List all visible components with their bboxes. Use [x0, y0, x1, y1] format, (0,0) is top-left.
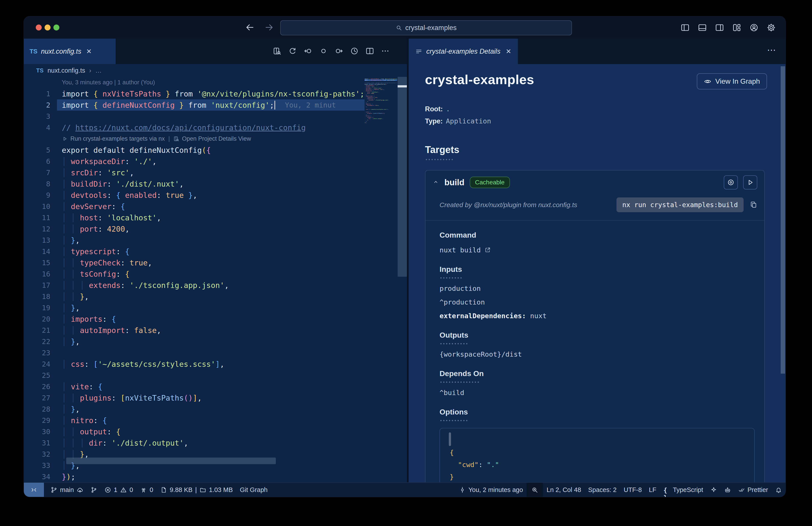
- external-link-icon[interactable]: [484, 247, 491, 253]
- line-number: 21: [24, 326, 57, 335]
- history-action[interactable]: [350, 47, 359, 56]
- gutter-blame-text: You, 3 minutes ago | 1 author (You): [62, 79, 155, 86]
- encoding[interactable]: UTF-8: [620, 483, 646, 497]
- build-target-header[interactable]: build Cacheable: [425, 170, 764, 194]
- layout-panel[interactable]: [696, 22, 708, 33]
- editor-tab-strip: TS nuxt.config.ts ✕: [24, 39, 409, 64]
- horizontal-scrollbar[interactable]: [66, 457, 276, 464]
- problems[interactable]: 10: [101, 483, 136, 497]
- nav-back-action[interactable]: [304, 47, 313, 56]
- robot-icon: [724, 486, 731, 493]
- targets-dots: [425, 159, 453, 160]
- editor-scrollbar[interactable]: [397, 77, 407, 277]
- command-center-search[interactable]: crystal-examples: [280, 20, 572, 35]
- tab-label: nuxt.config.ts: [41, 47, 82, 55]
- copy-icon: [750, 201, 757, 208]
- source-control-graph[interactable]: [87, 483, 101, 497]
- nav-forward-action[interactable]: [334, 47, 343, 56]
- extension-spark[interactable]: [707, 483, 721, 497]
- git-branch[interactable]: main: [47, 483, 87, 497]
- line-number: 33: [24, 461, 57, 470]
- view-in-graph-button[interactable]: View In Graph: [697, 73, 767, 89]
- panel-body: crystal-examples View In Graph Root:. Ty…: [409, 64, 785, 482]
- settings[interactable]: [765, 22, 777, 33]
- project-title: crystal-examples: [425, 72, 534, 87]
- code-line: 2import { defineNuxtConfig } from 'nuxt/…: [24, 99, 364, 111]
- panel-tab-close-icon[interactable]: ✕: [506, 47, 511, 55]
- code-line: 12│ │ port: 4200,: [24, 223, 364, 234]
- more-action[interactable]: [381, 47, 390, 56]
- eol[interactable]: LF: [646, 483, 660, 497]
- refresh-action[interactable]: [288, 47, 297, 56]
- nav-forward-icon[interactable]: [264, 23, 274, 32]
- line-number: 13: [24, 236, 57, 244]
- ports[interactable]: 0: [136, 483, 157, 497]
- code-line: 30│ │ output: {: [24, 426, 364, 437]
- git-blame[interactable]: You, 2 minutes ago: [455, 483, 526, 497]
- view-target-in-graph-button[interactable]: [724, 175, 738, 189]
- line-number: 26: [24, 382, 57, 391]
- code-line: 5export default defineNuxtConfig({: [24, 144, 364, 156]
- panel-scrollbar[interactable]: [781, 66, 785, 374]
- run-target-button[interactable]: [743, 175, 757, 189]
- nx-run-command-chip[interactable]: nx run crystal-examples:build: [617, 197, 744, 212]
- minimize-traffic-light[interactable]: [45, 25, 50, 30]
- chevron-up-icon[interactable]: [433, 179, 439, 186]
- history-icon: [350, 47, 359, 55]
- notifications[interactable]: [772, 483, 785, 497]
- options-json-box[interactable]: { "cwd": "."}: [439, 428, 755, 482]
- layout-grid[interactable]: [731, 22, 743, 33]
- nav-dot-action[interactable]: [319, 47, 328, 56]
- open-details-action[interactable]: [273, 47, 281, 56]
- file-sizes[interactable]: 9.88 KB|1.03 MB: [157, 483, 236, 497]
- open-details-icon: [173, 136, 179, 142]
- line-number: 7: [24, 169, 57, 177]
- minimap[interactable]: import { nxViteTsPaths } from '@nx/vite/…: [364, 78, 397, 136]
- branch-icon: [50, 486, 57, 493]
- nav-forward-icon: [334, 47, 343, 55]
- typescript-file-icon: TS: [30, 48, 38, 55]
- account[interactable]: [748, 22, 760, 33]
- options-scroll-decoration: [449, 432, 451, 446]
- search-icon: [396, 25, 402, 31]
- zoom-indicator[interactable]: [526, 483, 543, 497]
- remote-indicator[interactable]: [24, 483, 44, 497]
- code-line: 31│ │ │ dir: './dist/.output',: [24, 437, 364, 449]
- code-line: 8│ buildDir: './dist/.nuxt',: [24, 178, 364, 189]
- codelens-open-details-link[interactable]: Open Project Details View: [182, 136, 251, 142]
- copilot[interactable]: [721, 483, 735, 497]
- indentation[interactable]: Spaces: 2: [585, 483, 620, 497]
- code-line: 19│ },: [24, 302, 364, 313]
- tab-project-details[interactable]: crystal-examples Details ✕: [409, 39, 518, 64]
- layout-panel-icon: [698, 23, 707, 32]
- breadcrumb[interactable]: TS nuxt.config.ts › …: [24, 64, 409, 77]
- panel-more-icon[interactable]: ⋯: [767, 45, 776, 55]
- cursor-position[interactable]: Ln 2, Col 48: [543, 483, 584, 497]
- layout-sidebar-left[interactable]: [679, 22, 691, 33]
- code-editor[interactable]: TS nuxt.config.ts › … You, 3 minutes ago…: [24, 64, 409, 482]
- code-line: 13│ },: [24, 234, 364, 246]
- prettier[interactable]: Prettier: [735, 483, 772, 497]
- copy-command-button[interactable]: [750, 201, 757, 209]
- language-mode[interactable]: { }TypeScript: [660, 483, 707, 497]
- line-number: 12: [24, 225, 57, 233]
- close-traffic-light[interactable]: [36, 25, 42, 30]
- nav-back-icon[interactable]: [245, 23, 255, 32]
- target-icon: [727, 179, 735, 186]
- tab-close-icon[interactable]: ✕: [86, 47, 91, 55]
- git-graph[interactable]: Git Graph: [236, 483, 271, 497]
- line-number: 2: [24, 101, 57, 109]
- editor-panel-divider[interactable]: [407, 39, 409, 482]
- code-rows[interactable]: You, 3 minutes ago | 1 author (You)1impo…: [24, 77, 364, 482]
- split-editor-action[interactable]: [365, 47, 374, 56]
- maximize-traffic-light[interactable]: [54, 25, 59, 30]
- codelens-run-link[interactable]: Run crystal-examples targets via nx: [70, 136, 165, 142]
- external-dependencies-value: nuxt: [530, 312, 547, 320]
- layout-sidebar-right[interactable]: [714, 22, 725, 33]
- tab-nuxt-config[interactable]: TS nuxt.config.ts ✕: [24, 39, 116, 64]
- command-value-row[interactable]: nuxt build: [439, 246, 755, 254]
- editor-actions: [273, 39, 390, 64]
- breadcrumb-symbol[interactable]: …: [95, 67, 102, 74]
- inputs-list: production^production: [439, 284, 755, 306]
- breadcrumb-file[interactable]: nuxt.config.ts: [47, 67, 85, 74]
